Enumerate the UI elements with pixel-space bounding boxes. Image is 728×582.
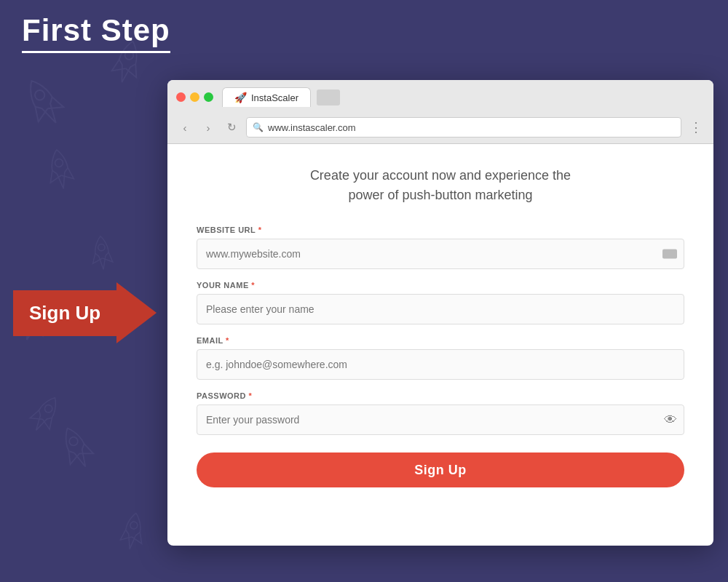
website-icon: [662, 250, 677, 259]
email-label: EMAIL *: [197, 336, 684, 345]
search-icon: 🔍: [253, 122, 264, 132]
tab-title: InstaScaler: [251, 92, 298, 103]
svg-point-0: [33, 89, 47, 102]
svg-point-4: [68, 436, 79, 447]
browser-content: Create your account now and experience t…: [167, 144, 713, 546]
minimize-button[interactable]: [190, 92, 199, 102]
tab-favicon-icon: 🚀: [234, 92, 247, 103]
traffic-lights: [176, 92, 213, 102]
top-header: First Step: [0, 0, 728, 65]
active-tab[interactable]: 🚀 InstaScaler: [222, 87, 311, 107]
signup-button[interactable]: Sign Up: [197, 453, 684, 487]
tab-area: 🚀 InstaScaler: [222, 87, 340, 107]
signup-arrow-container: Sign Up: [13, 282, 157, 343]
required-star-name: *: [251, 281, 255, 290]
svg-point-5: [130, 521, 138, 530]
page-title: First Step: [22, 13, 170, 53]
svg-point-9: [44, 404, 54, 414]
name-wrapper: [197, 294, 684, 324]
website-url-group: WEBSITE URL *: [197, 226, 684, 269]
forward-button[interactable]: ›: [199, 119, 217, 136]
email-group: EMAIL *: [197, 336, 684, 380]
maximize-button[interactable]: [204, 92, 213, 102]
browser-nav-row: ‹ › ↻ 🔍 www.instascaler.com ⋮: [176, 113, 705, 143]
svg-point-8: [98, 244, 105, 251]
svg-point-2: [55, 159, 64, 168]
hero-text: Create your account now and experience t…: [197, 166, 684, 205]
required-star-email: *: [226, 336, 229, 345]
more-button[interactable]: ⋮: [687, 119, 705, 136]
email-input[interactable]: [197, 349, 684, 380]
name-input[interactable]: [197, 294, 684, 324]
url-text: www.instascaler.com: [268, 122, 356, 133]
back-button[interactable]: ‹: [176, 119, 194, 136]
show-password-icon[interactable]: 👁: [664, 412, 677, 428]
new-tab-button[interactable]: [317, 89, 340, 105]
website-url-label: WEBSITE URL *: [197, 226, 684, 234]
required-star-password: *: [249, 391, 253, 400]
browser-top-row: 🚀 InstaScaler: [176, 87, 705, 107]
name-group: YOUR NAME *: [197, 281, 684, 324]
email-wrapper: [197, 349, 684, 380]
password-wrapper: 👁: [197, 404, 684, 435]
signup-label: Sign Up: [13, 290, 116, 336]
required-star-url: *: [258, 226, 262, 234]
arrow-icon: [116, 282, 157, 343]
browser-window: 🚀 InstaScaler ‹ › ↻ 🔍 www.instascaler.co…: [167, 80, 713, 546]
address-bar[interactable]: 🔍 www.instascaler.com: [246, 117, 681, 137]
password-group: PASSWORD * 👁: [197, 391, 684, 435]
name-label: YOUR NAME *: [197, 281, 684, 290]
close-button[interactable]: [176, 92, 186, 102]
website-url-wrapper: [197, 239, 684, 269]
website-url-input[interactable]: [197, 239, 684, 269]
password-input[interactable]: [197, 404, 684, 435]
browser-chrome: 🚀 InstaScaler ‹ › ↻ 🔍 www.instascaler.co…: [167, 80, 713, 144]
reload-button[interactable]: ↻: [223, 119, 240, 136]
password-label: PASSWORD *: [197, 391, 684, 400]
